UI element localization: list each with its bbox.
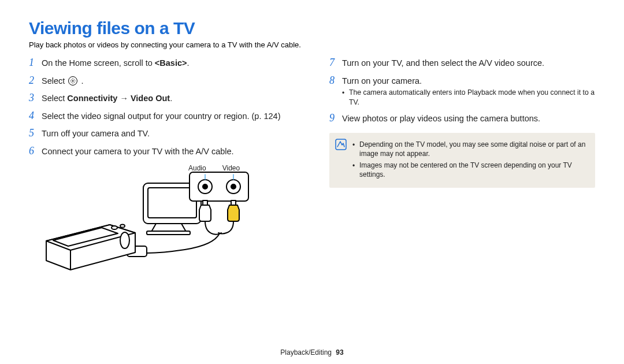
step-text: Turn on your TV, and then select the A/V… — [342, 57, 595, 69]
svg-point-0 — [72, 80, 74, 81]
note-body: • Depending on the TV model, you may see… — [352, 139, 588, 182]
step-5: 5 Turn off your camera and TV. — [29, 128, 299, 140]
step-text: View photos or play videos using the cam… — [342, 113, 595, 125]
step-text: Select the video signal output for your … — [42, 110, 299, 122]
step-9: 9 View photos or play videos using the c… — [329, 113, 595, 125]
step-text: Select Connectivity → Video Out. — [42, 92, 299, 105]
step-number: 8 — [329, 75, 342, 87]
svg-point-6 — [203, 184, 207, 189]
note-bullet: • Images may not be centered on the TV s… — [352, 161, 588, 179]
step-number: 6 — [29, 146, 42, 157]
step-number: 4 — [29, 110, 42, 122]
step-7: 7 Turn on your TV, and then select the A… — [329, 57, 595, 69]
step-text: Select . — [42, 75, 299, 87]
page-title: Viewing files on a TV — [29, 18, 595, 38]
bullet-dot-icon: • — [352, 140, 359, 150]
step-4: 4 Select the video signal output for you… — [29, 110, 299, 122]
footer-page-number: 93 — [336, 348, 343, 356]
note-bullet: • Depending on the TV model, you may see… — [352, 140, 588, 158]
manual-page: Viewing files on a TV Play back photos o… — [0, 0, 624, 364]
svg-point-14 — [112, 226, 117, 229]
step-8: 8 Turn on your camera. • The camera auto… — [329, 75, 595, 107]
note-box: • Depending on the TV model, you may see… — [329, 133, 595, 188]
step-2: 2 Select . — [29, 75, 299, 87]
step-number: 5 — [29, 128, 42, 139]
right-column: 7 Turn on your TV, and then select the A… — [329, 57, 595, 278]
page-subtitle: Play back photos or videos by connecting… — [29, 40, 595, 49]
step-1: 1 On the Home screen, scroll to <Basic>. — [29, 57, 299, 69]
step-number: 1 — [29, 57, 42, 69]
step-number: 7 — [329, 57, 342, 69]
footer: Playback/Editing 93 — [0, 348, 624, 356]
connection-diagram: Audio Video — [29, 163, 299, 278]
step-text: Connect your camera to your TV with the … — [42, 146, 299, 158]
left-column: 1 On the Home screen, scroll to <Basic>.… — [29, 57, 299, 278]
settings-icon — [68, 76, 77, 86]
footer-section: Playback/Editing — [280, 348, 332, 356]
svg-rect-16 — [336, 139, 346, 150]
two-column-layout: 1 On the Home screen, scroll to <Basic>.… — [29, 57, 595, 278]
step-text: Turn on your camera. • The camera automa… — [342, 75, 595, 107]
diagram-svg — [40, 163, 260, 278]
svg-point-8 — [231, 184, 236, 189]
step-number: 9 — [329, 113, 342, 124]
svg-point-15 — [120, 225, 125, 228]
note-icon — [335, 139, 347, 150]
step-3: 3 Select Connectivity → Video Out. — [29, 92, 299, 105]
svg-point-13 — [120, 232, 129, 248]
step-text: On the Home screen, scroll to <Basic>. — [42, 57, 299, 69]
bullet-dot-icon: • — [342, 88, 349, 98]
step-text: Turn off your camera and TV. — [42, 128, 299, 140]
bullet-dot-icon: • — [352, 161, 359, 170]
step-6: 6 Connect your camera to your TV with th… — [29, 146, 299, 158]
step-number: 2 — [29, 75, 42, 87]
svg-rect-3 — [147, 231, 190, 235]
step-number: 3 — [29, 92, 42, 104]
sub-bullet: • The camera automatically enters into P… — [342, 88, 595, 107]
